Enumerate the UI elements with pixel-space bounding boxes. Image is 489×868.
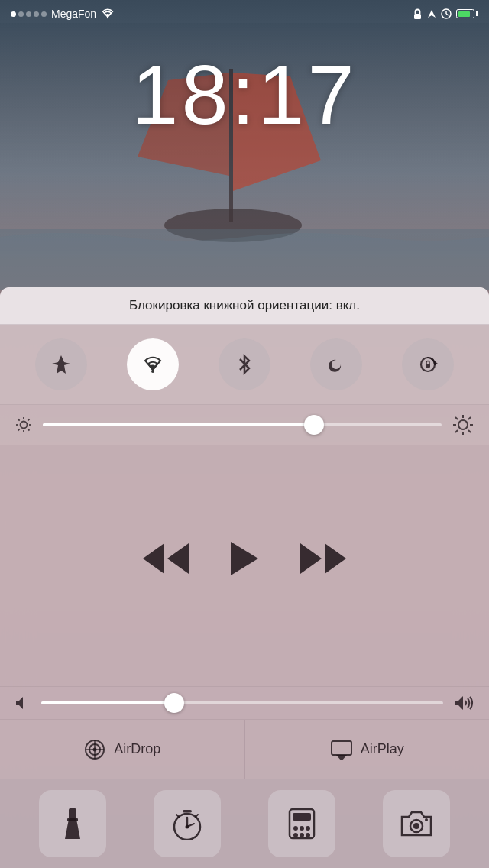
svg-marker-8	[428, 10, 436, 18]
media-controls	[143, 542, 346, 575]
svg-line-50	[176, 815, 179, 817]
app-icons-row	[0, 779, 489, 868]
signal-dot-2	[18, 11, 24, 17]
status-bar: MegaFon	[0, 0, 489, 28]
brightness-min-icon	[15, 416, 32, 433]
lock-screen: MegaFon	[0, 0, 489, 868]
airplay-button[interactable]: AirPlay	[245, 720, 490, 779]
volume-slider[interactable]	[41, 701, 443, 704]
signal-dot-4	[34, 11, 39, 17]
clock-icon	[441, 8, 452, 19]
time-display: 18:17	[0, 46, 489, 143]
airdrop-airplay-row: AirDrop AirPlay	[0, 720, 489, 779]
calculator-button[interactable]	[268, 790, 335, 857]
svg-line-30	[455, 417, 458, 419]
signal-dot-3	[26, 11, 31, 17]
svg-point-52	[186, 825, 189, 829]
airplane-mode-toggle[interactable]	[35, 338, 87, 390]
battery-indicator	[456, 9, 478, 18]
svg-point-62	[413, 823, 419, 829]
bluetooth-toggle[interactable]	[219, 338, 270, 390]
fast-forward-button[interactable]	[300, 543, 346, 574]
do-not-disturb-toggle[interactable]	[310, 338, 362, 390]
svg-point-25	[458, 420, 468, 429]
svg-line-33	[455, 430, 458, 432]
airdrop-label: AirDrop	[114, 741, 160, 757]
location-icon	[427, 9, 436, 18]
svg-point-16	[21, 422, 28, 429]
svg-rect-41	[332, 741, 351, 755]
status-left: MegaFon	[11, 8, 115, 20]
play-button[interactable]	[231, 542, 258, 575]
svg-rect-15	[426, 364, 430, 368]
media-player	[0, 445, 489, 687]
svg-marker-35	[455, 696, 463, 710]
signal-dots	[11, 11, 47, 17]
svg-point-12	[151, 370, 154, 373]
wifi-toggle-icon	[141, 355, 165, 374]
svg-line-24	[18, 429, 20, 430]
airplane-icon	[50, 353, 73, 376]
svg-rect-43	[69, 808, 76, 819]
moon-icon	[325, 354, 347, 375]
wifi-icon	[101, 8, 115, 19]
volume-low-icon	[15, 696, 31, 710]
flashlight-button[interactable]	[39, 790, 106, 857]
svg-point-55	[293, 826, 298, 831]
svg-point-57	[306, 826, 310, 831]
svg-rect-49	[183, 810, 192, 813]
svg-line-32	[468, 417, 471, 419]
svg-line-22	[28, 429, 29, 430]
svg-point-59	[300, 833, 304, 837]
svg-marker-34	[16, 697, 23, 709]
calculator-icon	[287, 807, 316, 840]
signal-dot-1	[11, 11, 16, 17]
camera-icon	[400, 809, 433, 838]
airplay-icon	[330, 740, 353, 760]
svg-marker-44	[65, 819, 80, 839]
control-center: Блокировка книжной ориентации: вкл.	[0, 287, 489, 868]
wifi-toggle[interactable]	[127, 338, 179, 390]
svg-rect-45	[67, 818, 78, 821]
svg-point-56	[300, 826, 304, 831]
svg-point-58	[293, 833, 298, 837]
timer-button[interactable]	[154, 790, 221, 857]
volume-row	[0, 687, 489, 720]
svg-point-6	[107, 17, 108, 18]
brightness-row	[0, 405, 489, 445]
camera-button[interactable]	[383, 790, 450, 857]
rotation-lock-toggle[interactable]	[402, 338, 454, 390]
brightness-fill	[43, 423, 314, 426]
bluetooth-icon	[235, 353, 254, 376]
airdrop-icon	[83, 738, 106, 761]
brightness-slider[interactable]	[43, 423, 442, 426]
svg-line-23	[28, 419, 29, 421]
flashlight-icon	[61, 807, 84, 840]
airdrop-button[interactable]: AirDrop	[0, 720, 245, 779]
signal-dot-5	[41, 11, 47, 17]
notification-banner: Блокировка книжной ориентации: вкл.	[0, 287, 489, 325]
lock-status-icon	[413, 8, 423, 20]
rotation-lock-icon	[417, 354, 439, 375]
svg-point-63	[425, 818, 428, 821]
airplay-label: AirPlay	[361, 741, 404, 757]
svg-line-51	[196, 815, 198, 817]
brightness-thumb[interactable]	[304, 415, 324, 435]
volume-thumb[interactable]	[164, 693, 184, 713]
rewind-button[interactable]	[143, 543, 189, 574]
volume-high-icon	[454, 695, 474, 711]
svg-line-21	[18, 419, 20, 421]
brightness-max-icon	[452, 414, 474, 436]
svg-point-60	[306, 833, 310, 837]
svg-line-11	[446, 14, 449, 15]
carrier-name: MegaFon	[51, 8, 96, 20]
notification-text: Блокировка книжной ориентации: вкл.	[129, 298, 360, 313]
svg-marker-42	[336, 755, 347, 760]
volume-fill	[41, 701, 174, 704]
svg-line-31	[468, 430, 471, 432]
toggles-row	[0, 325, 489, 405]
svg-rect-54	[293, 813, 311, 821]
timer-icon	[171, 807, 203, 840]
svg-rect-7	[414, 14, 421, 19]
status-right	[413, 8, 478, 20]
